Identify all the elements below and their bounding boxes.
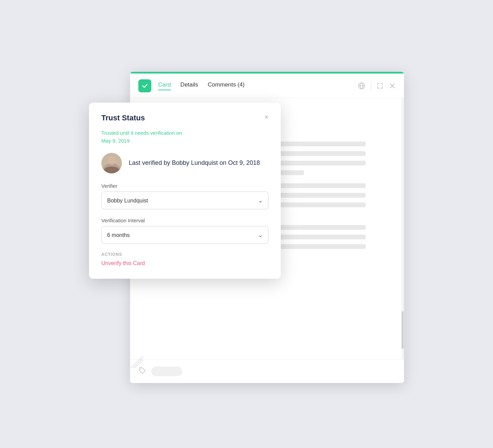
panel-header: Card Details Comments (4) (130, 74, 404, 98)
actions-section: ACTIONS Unverify this Card (101, 252, 268, 266)
verifier-form-group: Verifier Bobby Lundquist Alice Smith Joh… (101, 183, 268, 209)
trust-status-popup: Trust Status × Trusted until it needs ve… (89, 103, 281, 279)
verifier-label: Verifier (101, 183, 268, 189)
tab-navigation: Card Details Comments (4) (158, 81, 355, 90)
decoration-lines (131, 356, 143, 369)
verifier-name-text: Last verified by Bobby Lundquist on Oct … (129, 159, 260, 167)
tab-comments[interactable]: Comments (4) (208, 81, 245, 90)
verifier-info-row: Last verified by Bobby Lundquist on Oct … (101, 153, 268, 173)
bottom-bar (130, 359, 404, 383)
header-divider (371, 81, 371, 91)
verifier-select-wrapper: Bobby Lundquist Alice Smith John Doe ⌄ (101, 192, 268, 209)
verifier-select[interactable]: Bobby Lundquist Alice Smith John Doe (101, 192, 268, 209)
tag-input-placeholder (151, 367, 182, 376)
interval-label: Verification Interval (101, 218, 268, 223)
scrollbar-thumb[interactable] (402, 311, 404, 349)
check-badge (138, 79, 151, 92)
svg-point-8 (108, 156, 116, 164)
interval-form-group: Verification Interval 1 month 3 months 6… (101, 218, 268, 244)
interval-select[interactable]: 1 month 3 months 6 months 12 months (101, 226, 268, 244)
actions-label: ACTIONS (101, 252, 268, 257)
globe-icon-button[interactable] (358, 82, 365, 90)
trust-status-text: Trusted until it needs verification onMa… (101, 129, 268, 145)
interval-select-wrapper: 1 month 3 months 6 months 12 months ⌄ (101, 226, 268, 244)
unverify-button[interactable]: Unverify this Card (101, 260, 145, 266)
popup-header: Trust Status × (101, 114, 268, 122)
svg-line-6 (135, 360, 143, 368)
expand-icon-button[interactable] (377, 82, 383, 89)
close-icon-button[interactable] (389, 82, 396, 89)
avatar (101, 153, 122, 173)
tab-details[interactable]: Details (180, 81, 198, 90)
scrollbar-track[interactable] (401, 98, 404, 359)
popup-title: Trust Status (101, 114, 145, 122)
header-actions (358, 81, 396, 91)
popup-close-button[interactable]: × (264, 114, 268, 120)
svg-line-5 (133, 358, 143, 368)
tab-card[interactable]: Card (158, 81, 171, 90)
